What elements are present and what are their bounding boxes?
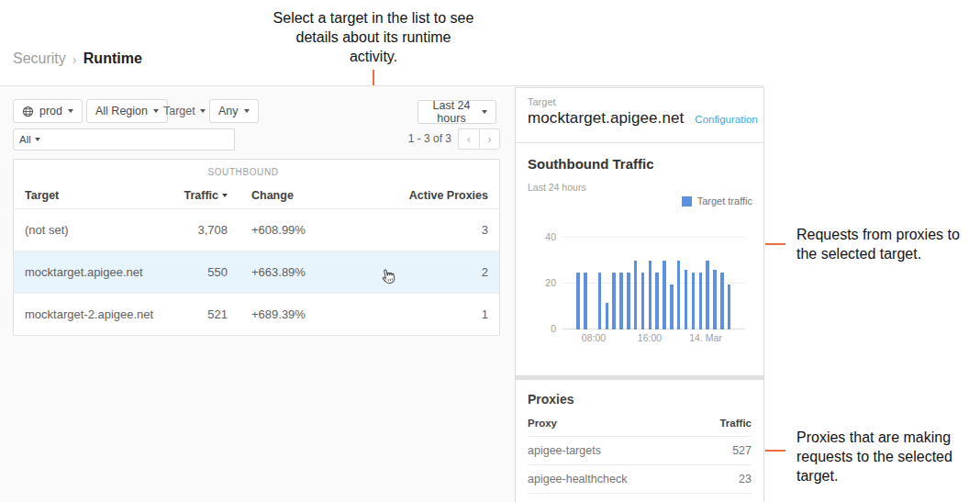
time-range-dropdown[interactable]: Last 24 hours [418,100,496,124]
annotation-select-target: Select a target in the list to see detai… [272,8,475,66]
proxy-name: apigee-healthcheck [528,473,627,485]
annotation-proxies: Proxies that are making requests to the … [796,428,976,485]
sort-desc-icon [222,194,228,197]
table-row[interactable]: mocktarget-2.apigee.net 521 +689.39% 1 [14,293,499,335]
chevron-down-icon [153,109,159,113]
table-group-header: SOUTHBOUND [14,160,499,182]
gridline-40 [562,237,746,238]
col-proxy: Proxy [528,418,557,429]
col-target: Target [25,189,161,202]
southbound-label: SOUTHBOUND [14,167,473,177]
cell-target: (not set) [25,223,161,237]
target-label: Target [528,96,752,107]
cell-target: mocktarget.apigee.net [25,265,161,279]
target-detail-header: Target mocktarget.apigee.net Configurati… [516,88,763,143]
annotation-requests: Requests from proxies to the selected ta… [796,225,971,263]
pagination: ‹ › [458,128,500,150]
pagination-count: 1 - 3 of 3 [369,132,451,145]
any-dropdown[interactable]: Any [209,99,259,123]
section-divider [516,375,763,380]
chevron-down-icon [68,109,73,113]
legend-swatch [682,196,692,206]
page-title: Runtime [84,50,142,67]
environment-value: prod [39,105,62,117]
target-filter-label: Target [163,105,195,117]
proxy-row[interactable]: apigee-healthcheck 23 [528,465,752,494]
table-row-selected[interactable]: mocktarget.apigee.net 550 +663.89% 2 [14,251,499,293]
annotation-line-chart [765,243,785,245]
prev-page-button[interactable]: ‹ [458,128,479,150]
cell-active-proxies: 2 [343,265,488,279]
col-change: Change [251,189,343,202]
cell-change: +663.89% [251,265,343,279]
header-divider [0,85,764,86]
proxy-row[interactable]: apigee-targets 527 [528,437,752,465]
cell-change: +608.99% [251,223,343,237]
search-input[interactable] [46,128,235,151]
configuration-link[interactable]: Configuration [695,114,757,125]
environment-dropdown[interactable]: prod [13,99,83,123]
proxy-name: apigee-targets [528,444,601,457]
cell-active-proxies: 1 [343,307,488,321]
southbound-traffic-chart: Southbound Traffic Last 24 hours Target … [516,143,763,375]
proxies-title: Proxies [528,392,752,407]
cell-traffic: 550 [161,265,228,279]
time-range-value: Last 24 hours [427,99,476,125]
globe-icon [22,106,34,117]
legend-label: Target traffic [697,195,752,206]
cell-target: mocktarget-2.apigee.net [25,307,161,321]
region-dropdown[interactable]: All Region [86,99,168,123]
chevron-down-icon [35,138,40,141]
proxies-section: Proxies Proxy Traffic apigee-targets 527… [516,392,763,494]
chevron-right-icon: › [72,51,77,67]
chart-bars [574,256,733,329]
col-proxy-traffic: Traffic [719,418,752,429]
cell-traffic: 3,708 [161,223,228,237]
y-tick: 20 [532,277,556,288]
col-traffic-sort[interactable]: Traffic [161,189,228,202]
y-tick: 40 [532,231,556,242]
chevron-down-icon [482,110,487,114]
cell-traffic: 521 [161,307,228,321]
y-tick: 0 [532,323,556,334]
search-scope-dropdown[interactable]: All [13,128,47,151]
hand-cursor-icon [380,267,397,285]
any-value: Any [218,105,239,117]
x-tick: 16:00 [627,332,673,343]
targets-table: SOUTHBOUND Target Traffic Change Active … [13,159,500,336]
table-header-row: Target Traffic Change Active Proxies [14,182,499,208]
cell-active-proxies: 3 [343,223,488,237]
proxy-traffic: 527 [732,444,752,457]
next-page-button[interactable]: › [479,128,500,150]
proxy-traffic: 23 [739,473,752,485]
x-tick: 14. Mar [683,332,729,343]
target-name: mocktarget.apigee.net [528,109,684,128]
chart-legend: Target traffic [682,195,752,206]
chart-subtitle: Last 24 hours [528,182,586,193]
breadcrumb: Security › Runtime [13,50,142,67]
chevron-down-icon [244,109,250,113]
page: Select a target in the list to see detai… [0,0,980,502]
annotation-line-proxies [765,450,785,452]
target-filter-dropdown[interactable]: Target [163,99,206,123]
region-value: All Region [95,105,148,117]
search-scope-value: All [19,134,31,145]
col-traffic-label: Traffic [184,189,218,202]
x-tick: 08:00 [571,332,617,343]
proxies-header-row: Proxy Traffic [528,410,752,437]
breadcrumb-security[interactable]: Security [13,50,66,67]
target-detail-card: Target mocktarget.apigee.net Configurati… [515,87,764,502]
table-row[interactable]: (not set) 3,708 +608.99% 3 [14,208,499,251]
col-active-proxies: Active Proxies [343,189,488,202]
chevron-down-icon [200,109,206,113]
chart-title: Southbound Traffic [528,156,653,172]
cell-change: +689.39% [251,307,343,321]
